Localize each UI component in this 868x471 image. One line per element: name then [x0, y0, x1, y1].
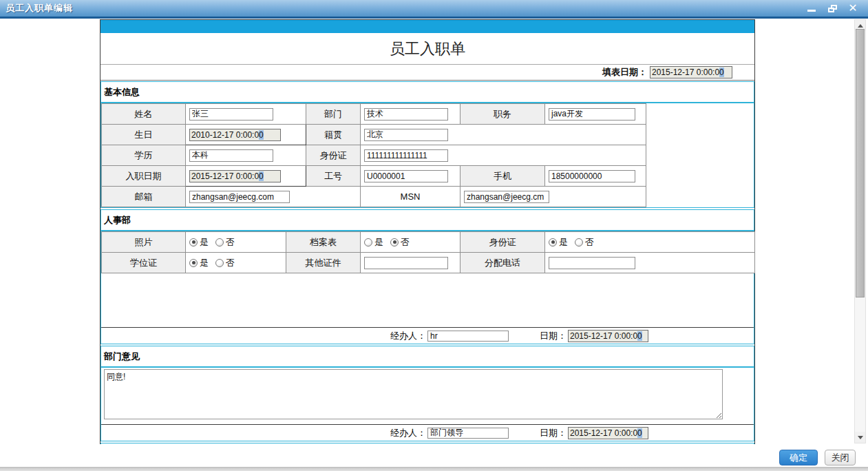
hiredate-input[interactable]: 2015-12-17 0:00:00 [189, 170, 281, 182]
basic-info-table: 姓名 部门 职务 生日 2010-12-17 0:00:00 籍贯 [101, 103, 646, 207]
restore-icon [828, 5, 837, 12]
hr-empty-area [101, 273, 754, 327]
dialog-body: 员工入职单 填表日期： 2015-12-17 0:00:00 基本信息 姓名 部… [0, 19, 868, 444]
mobile-label: 手机 [461, 166, 545, 187]
dept-handler-row: 经办人： 日期： 2015-12-17 0:00:00 [101, 424, 754, 441]
dialog-title: 员工入职单编辑 [0, 2, 73, 14]
hr-handler-row: 经办人： 日期： 2015-12-17 0:00:00 [101, 327, 754, 344]
restore-button[interactable] [827, 3, 838, 13]
dialog-footer: 确定 关闭 [0, 444, 868, 471]
section-hr-body: 照片 是 否 档案表 是 否 [101, 231, 754, 344]
file-radio-group: 是 否 [364, 236, 460, 249]
empno-label: 工号 [306, 166, 361, 187]
form-title-row: 员工入职单 [100, 33, 754, 65]
window-controls: ✕ [806, 3, 868, 13]
degree-label: 学位证 [102, 253, 186, 273]
assigned-phone-label: 分配电话 [461, 253, 545, 273]
hr-date-input[interactable]: 2015-12-17 0:00:00 [568, 330, 648, 342]
dept-input[interactable] [364, 108, 448, 121]
date-label: 日期： [540, 330, 567, 342]
degree-radio-group: 是 否 [189, 257, 286, 269]
yes-label: 是 [374, 236, 383, 249]
msn-input[interactable] [464, 191, 549, 203]
close-button[interactable]: ✕ [847, 3, 858, 13]
hr-table: 照片 是 否 档案表 是 否 [101, 231, 755, 273]
fill-date-input[interactable]: 2015-12-17 0:00:00 [650, 66, 732, 78]
onboarding-form: 员工入职单 填表日期： 2015-12-17 0:00:00 基本信息 姓名 部… [100, 19, 755, 444]
dept-date-input[interactable]: 2015-12-17 0:00:00 [568, 427, 648, 439]
close-dialog-button[interactable]: 关闭 [825, 450, 856, 465]
ok-button[interactable]: 确定 [779, 450, 818, 465]
fill-date-selection: 0 [719, 67, 724, 77]
no-label: 否 [585, 236, 594, 249]
idcard-input[interactable] [364, 149, 448, 162]
handler-label: 经办人： [390, 427, 426, 439]
job-label: 职务 [461, 104, 545, 125]
other-docs-label: 其他证件 [286, 253, 361, 273]
no-label: 否 [401, 236, 410, 249]
hometown-input[interactable] [364, 129, 448, 141]
hiredate-label: 入职日期 [102, 166, 186, 187]
birthday-label: 生日 [102, 125, 186, 145]
yes-label: 是 [200, 257, 209, 269]
section-dept-opinion: 部门意见 同意! 经办人： 日期： 2015-12-17 0:00:00 [100, 346, 754, 441]
file-label: 档案表 [286, 232, 361, 253]
idcard-label: 身份证 [306, 145, 361, 166]
no-label: 否 [226, 257, 235, 269]
photo-label: 照片 [102, 232, 186, 253]
section-dept-opinion-header: 部门意见 [101, 346, 754, 368]
email-input[interactable] [189, 191, 290, 203]
email-label: 邮箱 [102, 187, 186, 207]
msn-label: MSN [361, 187, 461, 207]
photo-no-radio[interactable] [215, 238, 224, 247]
vertical-scrollbar[interactable] [854, 19, 866, 443]
file-yes-radio[interactable] [364, 238, 372, 247]
form-title: 员工入职单 [390, 39, 465, 59]
job-input[interactable] [549, 108, 635, 121]
assigned-phone-input[interactable] [549, 257, 635, 269]
table-row: 邮箱 MSN [102, 187, 646, 207]
yes-label: 是 [200, 236, 209, 249]
arrow-down-icon [858, 436, 863, 439]
scrollbar-thumb[interactable] [856, 29, 865, 297]
close-icon: ✕ [848, 3, 857, 13]
dept-handler-input[interactable] [427, 428, 509, 439]
file-no-radio[interactable] [390, 238, 399, 247]
mobile-input[interactable] [549, 170, 635, 182]
handler-label: 经办人： [390, 330, 426, 342]
name-label: 姓名 [102, 104, 186, 125]
degree-yes-radio[interactable] [189, 259, 198, 267]
birthday-input[interactable]: 2010-12-17 0:00:00 [189, 129, 281, 141]
footer-bottom-band [0, 467, 868, 471]
hometown-label: 籍贯 [306, 125, 361, 145]
education-input[interactable] [189, 149, 273, 162]
table-row: 学位证 是 否 其他证件 分配电话 [102, 253, 755, 273]
section-basic-info: 基本信息 姓名 部门 职务 生日 2010-12-17 0:00:00 [100, 81, 754, 208]
idcard-no-radio[interactable] [575, 238, 583, 247]
date-label: 日期： [540, 427, 567, 439]
idcard-radio-group: 是 否 [549, 236, 754, 249]
degree-no-radio[interactable] [215, 259, 224, 267]
section-hr: 人事部 照片 是 否 档案表 [100, 209, 754, 344]
table-row: 学历 身份证 [102, 145, 646, 166]
arrow-up-icon [858, 24, 863, 28]
section-basic-info-body: 姓名 部门 职务 生日 2010-12-17 0:00:00 籍贯 [101, 103, 754, 207]
section-dept-opinion-body: 同意! 经办人： 日期： 2015-12-17 0:00:00 [101, 368, 754, 441]
education-label: 学历 [102, 145, 186, 166]
scroll-down-button[interactable] [855, 432, 865, 443]
dept-opinion-textarea[interactable]: 同意! [104, 369, 723, 419]
idcard-yes-radio[interactable] [549, 238, 557, 247]
table-row: 入职日期 2015-12-17 0:00:00 工号 手机 [102, 166, 646, 187]
no-label: 否 [226, 236, 235, 249]
form-accent-bar [100, 20, 754, 33]
yes-label: 是 [559, 236, 568, 249]
table-row: 姓名 部门 职务 [102, 104, 646, 125]
minimize-button[interactable] [806, 3, 817, 13]
other-docs-input[interactable] [364, 257, 448, 269]
hr-handler-input[interactable] [427, 331, 509, 342]
photo-radio-group: 是 否 [189, 236, 286, 249]
photo-yes-radio[interactable] [189, 238, 198, 247]
name-input[interactable] [189, 108, 273, 121]
empno-input[interactable] [364, 170, 448, 182]
dept-label: 部门 [306, 104, 361, 125]
